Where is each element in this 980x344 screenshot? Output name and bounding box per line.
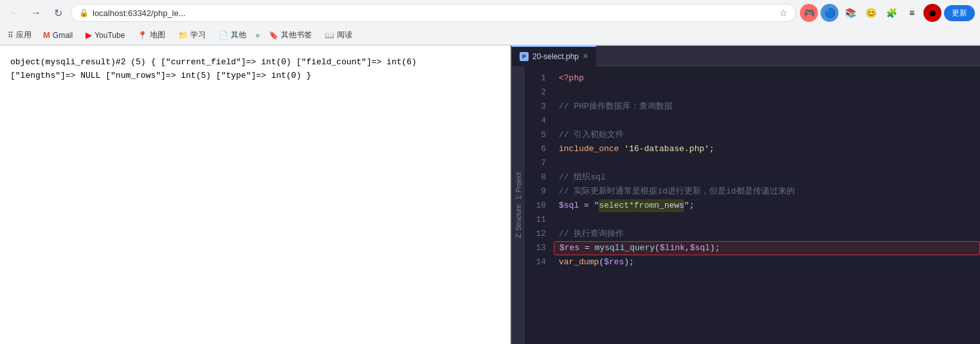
var-dump-func: var_dump: [559, 256, 599, 269]
bookmark-gmail[interactable]: M Gmail: [39, 29, 77, 41]
include-keyword: include_once: [559, 143, 619, 156]
line-num-1: 1: [525, 71, 554, 86]
extension-icon-5[interactable]: 🧩: [882, 4, 900, 22]
update-button[interactable]: 更新: [944, 5, 975, 21]
study-icon: 📁: [178, 31, 188, 40]
bookmark-star-button[interactable]: ☆: [779, 8, 788, 18]
code-line-3: // PHP操作数据库：查询数据: [554, 100, 980, 114]
line-num-6: 6: [525, 142, 554, 156]
semi-10: ;: [689, 199, 694, 213]
semi-6: ;: [709, 143, 714, 156]
structure-sidebar-label[interactable]: Z: Structure: [514, 202, 523, 240]
code-line-7: [554, 156, 980, 170]
comment-9: // 实际更新时通常是根据id进行更新，但是id都是传递过来的: [559, 185, 795, 199]
extension-icon-2[interactable]: 🔵: [821, 4, 839, 22]
bookmark-youtube[interactable]: ▶ YouTube: [82, 29, 129, 41]
code-line-14: var_dump ( $res );: [554, 255, 980, 269]
bookmarks-bar: ⠿ 应用 M Gmail ▶ YouTube 📍 地图 📁 学习 📄 其他 » …: [0, 26, 980, 45]
mysqli-query-func: mysqli_query: [595, 242, 655, 255]
toolbar-icons: 🎮 🔵 📚 😊 🧩 ≡ ⏺ 更新: [800, 4, 975, 22]
code-line-5: // 引入初始文件: [554, 128, 980, 142]
table-name: n_news: [654, 199, 684, 213]
line-numbers: 1 2 3 4 5 6 7 8 9 10 11 12 13 14: [525, 66, 554, 344]
select-keyword: select: [599, 199, 629, 213]
output-line-2: ["lengths"]=> NULL ["num_rows"]=> int(5)…: [10, 69, 500, 83]
assign-10: =: [579, 199, 594, 213]
line-num-9: 9: [525, 185, 554, 199]
forward-button[interactable]: →: [27, 4, 45, 22]
var-sql: $sql: [559, 199, 579, 213]
line-num-7: 7: [525, 156, 554, 170]
bookmark-other[interactable]: 📄 其他: [215, 28, 250, 42]
quote-open: ": [594, 199, 599, 213]
code-line-13-highlighted: $res = mysqli_query ( $link , $sql );: [554, 241, 980, 255]
code-line-1: <?php: [554, 71, 980, 86]
extension-icon-3[interactable]: 📚: [841, 4, 859, 22]
other-icon: 📄: [219, 31, 228, 40]
output-text: object(mysqli_result)#2 (5) { ["current_…: [10, 56, 500, 83]
browser-content: object(mysqli_result)#2 (5) { ["current_…: [0, 46, 511, 344]
from-keyword: from: [634, 199, 654, 213]
line-num-2: 2: [525, 86, 554, 100]
bookmark-other-bookmarks[interactable]: 🔖 其他书签: [265, 28, 316, 42]
gmail-label: Gmail: [53, 31, 73, 40]
var-link: $link: [660, 242, 685, 255]
extension-icon-7[interactable]: ⏺: [923, 4, 941, 22]
refresh-button[interactable]: ↻: [49, 4, 67, 22]
ide-tab-label: 20-select.php: [532, 52, 579, 61]
line-num-8: 8: [525, 170, 554, 185]
var-res-2: $res: [604, 256, 624, 269]
ide-sidebar-left: 1: Project Z: Structure: [512, 66, 525, 344]
ide-tab-close-button[interactable]: ✕: [583, 52, 588, 60]
code-line-8: // 组织sql: [554, 170, 980, 185]
back-button[interactable]: ←: [5, 4, 23, 22]
line-num-14: 14: [525, 255, 554, 269]
bookmark-study[interactable]: 📁 学习: [174, 28, 210, 42]
other-bookmarks-label: 其他书签: [281, 30, 312, 41]
youtube-label: YouTube: [95, 31, 125, 40]
youtube-icon: ▶: [86, 30, 92, 40]
line-num-10: 10: [525, 199, 554, 213]
var-sql-2: $sql: [690, 242, 710, 255]
code-line-12: // 执行查询操作: [554, 227, 980, 241]
apps-button[interactable]: ⠿ 应用: [5, 28, 34, 42]
apps-label: 应用: [16, 30, 32, 41]
maps-icon: 📍: [138, 31, 147, 40]
apps-grid-icon: ⠿: [8, 31, 14, 40]
more-bookmarks-button[interactable]: »: [255, 31, 260, 40]
paren-open: (: [655, 242, 660, 255]
extension-icon-1[interactable]: 🎮: [800, 4, 818, 22]
bookmark-maps[interactable]: 📍 地图: [134, 28, 169, 42]
space-6: [619, 143, 624, 156]
paren-14-open: (: [599, 256, 604, 269]
address-bar[interactable]: 🔒 localhost:63342/php_le... ☆: [71, 4, 796, 22]
line-num-11: 11: [525, 213, 554, 227]
star-keyword: *: [629, 199, 634, 213]
line-num-3: 3: [525, 100, 554, 114]
code-line-2: [554, 86, 980, 100]
output-line-1: object(mysqli_result)#2 (5) { ["current_…: [10, 56, 500, 69]
ide-tab-bar: P 20-select.php ✕: [512, 46, 980, 66]
line-num-12: 12: [525, 227, 554, 241]
other-label: 其他: [231, 30, 246, 41]
gmail-icon: M: [43, 30, 50, 40]
ide-panel: P 20-select.php ✕ 1: Project Z: Structur…: [511, 46, 980, 344]
extension-icon-4[interactable]: 😊: [862, 4, 880, 22]
maps-label: 地图: [150, 30, 165, 41]
extension-icon-6[interactable]: ≡: [903, 4, 921, 22]
code-line-6: include_once '16-database.php' ;: [554, 142, 980, 156]
quote-close: ": [684, 199, 689, 213]
comment-5: // 引入初始文件: [559, 129, 624, 142]
code-line-9: // 实际更新时通常是根据id进行更新，但是id都是传递过来的: [554, 185, 980, 199]
php-file-icon: P: [520, 52, 529, 61]
ide-tab-active[interactable]: P 20-select.php ✕: [512, 46, 596, 66]
line-num-13: 13: [525, 241, 554, 255]
folder-icon: 🔖: [269, 31, 278, 40]
comment-12: // 执行查询操作: [559, 228, 624, 241]
comma-13: ,: [685, 242, 690, 255]
project-sidebar-label[interactable]: 1: Project: [514, 170, 523, 202]
code-line-4: [554, 114, 980, 128]
bookmark-reading[interactable]: 📖 阅读: [321, 28, 356, 42]
code-line-11: [554, 213, 980, 227]
lock-icon: 🔒: [79, 8, 89, 17]
